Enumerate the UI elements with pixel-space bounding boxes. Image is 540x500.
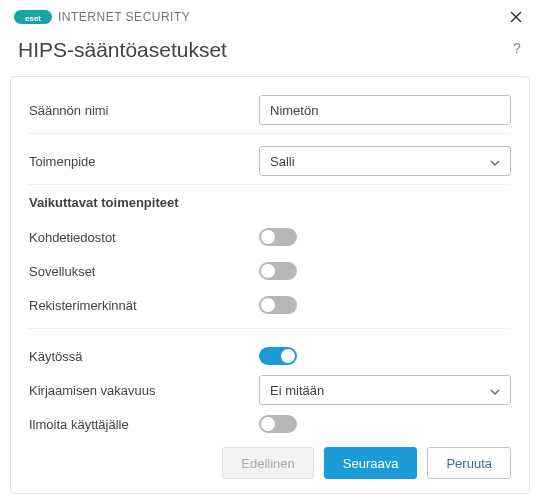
affecting-ops-header: Vaikuttavat toimenpiteet [29,195,511,210]
log-severity-select[interactable]: Ei mitään [259,375,511,405]
enabled-toggle[interactable] [259,347,297,365]
chevron-down-icon [490,154,500,169]
product-name: INTERNET SECURITY [58,10,190,24]
close-icon [510,11,522,23]
applications-label: Sovellukset [29,264,259,279]
action-label: Toimenpide [29,154,259,169]
log-severity-label: Kirjaamisen vakavuus [29,383,259,398]
previous-button: Edellinen [222,447,314,479]
notify-user-label: Ilmoita käyttäjälle [29,417,259,432]
divider [29,133,511,134]
eset-logo-icon: eset [14,9,52,25]
divider [29,184,511,185]
divider [29,328,511,329]
brand-logo: eset INTERNET SECURITY [14,9,190,25]
applications-toggle[interactable] [259,262,297,280]
chevron-down-icon [490,383,500,398]
settings-panel: Säännön nimi Toimenpide Salli Vaikuttava… [10,76,530,494]
registry-entries-label: Rekisterimerkinnät [29,298,259,313]
page-title: HIPS-sääntöasetukset [18,38,227,62]
svg-text:?: ? [513,41,521,55]
next-button[interactable]: Seuraava [324,447,418,479]
close-button[interactable] [504,5,528,29]
rule-name-input[interactable] [259,95,511,125]
target-files-label: Kohdetiedostot [29,230,259,245]
target-files-toggle[interactable] [259,228,297,246]
registry-entries-toggle[interactable] [259,296,297,314]
action-select[interactable]: Salli [259,146,511,176]
help-icon: ? [508,41,522,55]
action-select-value: Salli [270,154,295,169]
log-severity-select-value: Ei mitään [270,383,324,398]
help-button[interactable]: ? [508,41,522,59]
rule-name-label: Säännön nimi [29,103,259,118]
notify-user-toggle[interactable] [259,415,297,433]
svg-text:eset: eset [25,14,41,23]
cancel-button[interactable]: Peruuta [427,447,511,479]
enabled-label: Käytössä [29,349,259,364]
